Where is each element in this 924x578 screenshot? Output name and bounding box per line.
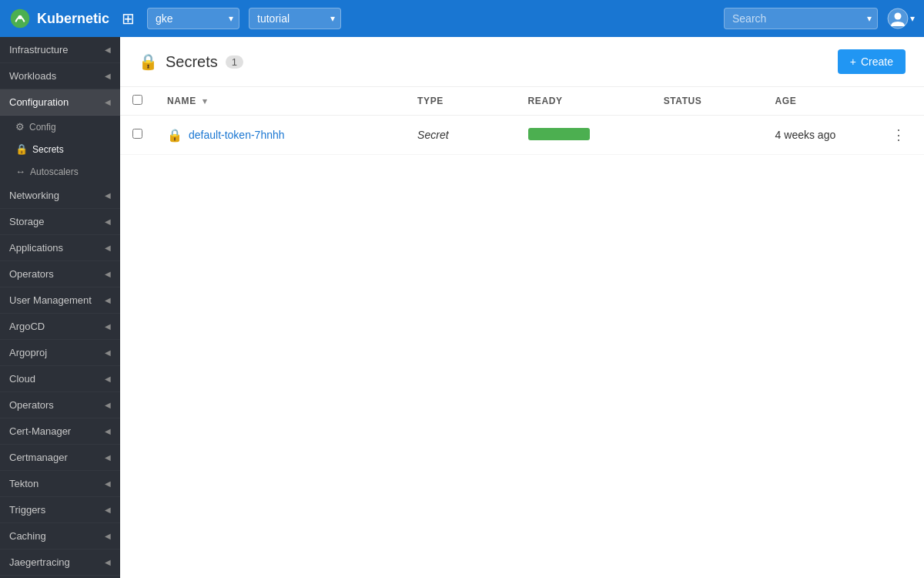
chevron-icon: ◀ <box>105 453 111 462</box>
name-cell: 🔒 default-token-7hnhh <box>167 128 393 143</box>
secrets-icon: 🔒 <box>15 143 28 155</box>
sidebar-item-networking[interactable]: Networking ◀ <box>0 183 120 209</box>
ready-bar <box>528 128 590 140</box>
row-checkbox-cell <box>120 116 155 155</box>
table-body: 🔒 default-token-7hnhh Secret <box>120 116 924 155</box>
row-actions-button[interactable]: ⋮ <box>886 125 912 145</box>
page-title: Secrets <box>166 53 218 71</box>
sidebar-item-applications[interactable]: Applications ◀ <box>0 235 120 261</box>
grid-icon[interactable]: ⊞ <box>119 6 138 31</box>
user-chevron: ▾ <box>910 13 915 24</box>
row-type-cell: Secret <box>405 116 515 155</box>
chevron-icon: ◀ <box>105 191 111 200</box>
col-age: AGE <box>763 87 873 116</box>
sidebar-item-operators2[interactable]: Operators ◀ <box>0 392 120 418</box>
row-actions-cell: ⋮ <box>873 116 924 155</box>
col-name[interactable]: NAME ▾ <box>155 87 405 116</box>
row-ready-cell <box>516 116 651 155</box>
row-status-cell <box>651 116 763 155</box>
chevron-icon: ◀ <box>105 375 111 383</box>
sidebar-item-workloads[interactable]: Workloads ◀ <box>0 63 120 89</box>
search-input[interactable] <box>724 8 878 29</box>
secrets-table-container: NAME ▾ TYPE READY STATUS A <box>120 87 924 155</box>
sidebar-sub-item-autoscalers[interactable]: ↔ Autoscalers <box>0 160 120 183</box>
svg-point-1 <box>18 15 22 19</box>
main-layout: Infrastructure ◀ Workloads ◀ Configurati… <box>0 37 924 578</box>
secret-name-link[interactable]: default-token-7hnhh <box>189 129 285 141</box>
select-all-checkbox[interactable] <box>132 95 142 105</box>
logo-icon <box>9 8 31 29</box>
sidebar-item-argocd[interactable]: ArgoCD ◀ <box>0 314 120 340</box>
row-checkbox[interactable] <box>132 129 142 139</box>
namespace-select-wrapper[interactable]: tutorial default kube-system ▾ <box>249 8 341 29</box>
chevron-icon: ◀ <box>105 427 111 435</box>
col-actions <box>873 87 924 116</box>
sidebar-item-storage[interactable]: Storage ◀ <box>0 209 120 235</box>
user-avatar[interactable]: ▾ <box>887 8 915 29</box>
cluster-select[interactable]: gke minikube local <box>147 8 239 29</box>
create-plus-icon: + <box>850 55 856 68</box>
chevron-icon: ◀ <box>105 72 111 80</box>
col-status: STATUS <box>651 87 763 116</box>
sidebar-item-tekton[interactable]: Tekton ◀ <box>0 471 120 497</box>
sidebar-item-argoproj[interactable]: Argoproj ◀ <box>0 340 120 366</box>
autoscalers-icon: ↔ <box>15 166 25 177</box>
app-header: Kubernetic ⊞ gke minikube local ▾ tutori… <box>0 0 924 37</box>
chevron-icon: ◀ <box>105 45 111 54</box>
sidebar-item-configuration[interactable]: Configuration ◀ <box>0 89 120 116</box>
col-ready: READY <box>516 87 651 116</box>
sidebar-item-cert-manager[interactable]: Cert-Manager ◀ <box>0 418 120 445</box>
chevron-icon: ◀ <box>105 296 111 304</box>
cluster-select-wrapper[interactable]: gke minikube local ▾ <box>147 8 239 29</box>
table-header-row: NAME ▾ TYPE READY STATUS A <box>120 87 924 116</box>
secrets-table: NAME ▾ TYPE READY STATUS A <box>120 87 924 155</box>
app-name: Kubernetic <box>37 11 109 27</box>
chevron-icon: ◀ <box>105 270 111 278</box>
row-name-cell: 🔒 default-token-7hnhh <box>155 116 405 155</box>
page-title-row: 🔒 Secrets 1 <box>139 52 243 71</box>
select-all-col <box>120 87 155 116</box>
secret-lock-icon: 🔒 <box>167 128 182 143</box>
sidebar: Infrastructure ◀ Workloads ◀ Configurati… <box>0 37 120 578</box>
config-icon: ⚙ <box>15 121 25 133</box>
chevron-icon: ◀ <box>105 479 111 488</box>
sort-icon: ▾ <box>203 96 208 106</box>
sidebar-item-triggers[interactable]: Triggers ◀ <box>0 497 120 523</box>
chevron-icon: ◀ <box>105 244 111 252</box>
chevron-icon: ◀ <box>105 401 111 409</box>
create-button[interactable]: + Create <box>838 49 906 74</box>
sidebar-item-cloud[interactable]: Cloud ◀ <box>0 366 120 392</box>
chevron-icon: ◀ <box>105 506 111 514</box>
chevron-icon: ◀ <box>105 98 111 106</box>
svg-point-3 <box>895 13 902 20</box>
table-row: 🔒 default-token-7hnhh Secret <box>120 116 924 155</box>
sidebar-sub-item-config[interactable]: ⚙ Config <box>0 116 120 138</box>
chevron-icon: ◀ <box>105 322 111 331</box>
chevron-icon: ◀ <box>105 532 111 540</box>
chevron-icon: ◀ <box>105 348 111 357</box>
chevron-icon: ◀ <box>105 558 111 566</box>
content-area: 🔒 Secrets 1 + Create NAME <box>120 37 924 578</box>
chevron-icon: ◀ <box>105 217 111 226</box>
sidebar-item-certmanager[interactable]: Certmanager ◀ <box>0 445 120 471</box>
sidebar-item-infrastructure[interactable]: Infrastructure ◀ <box>0 37 120 63</box>
user-icon <box>887 8 909 29</box>
sidebar-sub-item-secrets[interactable]: 🔒 Secrets <box>0 138 120 160</box>
namespace-select[interactable]: tutorial default kube-system <box>249 8 341 29</box>
col-type: TYPE <box>405 87 515 116</box>
search-wrapper[interactable]: ▾ <box>724 8 878 29</box>
sidebar-item-operators[interactable]: Operators ◀ <box>0 261 120 287</box>
sidebar-item-jaegertracing[interactable]: Jaegertracing ◀ <box>0 549 120 576</box>
sidebar-item-user-management[interactable]: User Management ◀ <box>0 287 120 314</box>
page-count-badge: 1 <box>226 55 243 69</box>
sidebar-item-caching[interactable]: Caching ◀ <box>0 523 120 549</box>
app-logo: Kubernetic <box>9 8 109 29</box>
row-age-cell: 4 weeks ago <box>763 116 873 155</box>
page-icon: 🔒 <box>139 52 158 71</box>
page-header: 🔒 Secrets 1 + Create <box>120 37 924 87</box>
